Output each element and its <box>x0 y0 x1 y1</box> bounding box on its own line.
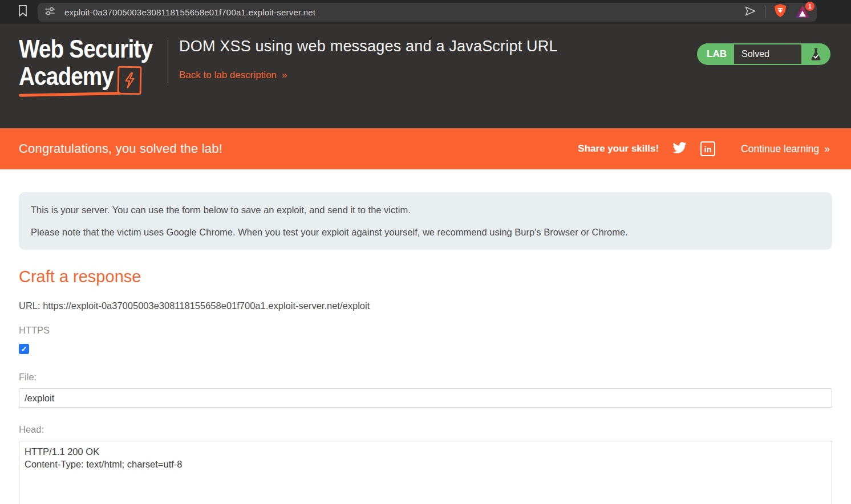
server-notice-box: This is your server. You can use the for… <box>19 192 832 250</box>
share-icon[interactable] <box>744 5 757 19</box>
notification-badge: 1 <box>805 2 814 11</box>
head-textarea[interactable]: HTTP/1.1 200 OK Content-Type: text/html;… <box>19 441 832 504</box>
craft-response-heading: Craft a response <box>19 267 832 286</box>
checkmark-icon: ✓ <box>21 345 27 353</box>
file-label: File: <box>19 370 832 384</box>
continue-learning-link[interactable]: Continue learning» <box>741 143 830 155</box>
lab-status-badge: LAB Solved <box>697 43 830 65</box>
congratulations-message: Congratulations, you solved the lab! <box>19 141 578 156</box>
lightning-bolt-icon <box>117 66 141 95</box>
logo-line-2: Academy <box>19 63 114 90</box>
url-text[interactable]: exploit-0a37005003e308118155658e01f700a1… <box>64 7 735 17</box>
logo-line-1: Web Security <box>19 35 149 63</box>
https-label: HTTPS <box>19 323 832 337</box>
address-bar[interactable]: exploit-0a37005003e308118155658e01f700a1… <box>38 3 817 22</box>
double-chevron-icon: » <box>824 143 830 155</box>
browser-toolbar: exploit-0a37005003e308118155658e01f700a1… <box>0 0 851 24</box>
bookmark-icon[interactable] <box>17 5 29 19</box>
lab-badge-label: LAB <box>697 48 734 60</box>
linkedin-icon[interactable]: in <box>700 141 715 156</box>
toolbar-divider <box>765 6 765 18</box>
brave-shield-icon[interactable] <box>773 3 787 21</box>
lab-badge-status: Solved <box>734 44 801 64</box>
page-header: Web Security Academy DOM XSS using web m… <box>0 24 851 128</box>
share-skills-label: Share your skills! <box>578 143 659 155</box>
notice-line-1: This is your server. You can use the for… <box>31 203 820 217</box>
congratulations-banner: Congratulations, you solved the lab! Sha… <box>0 128 851 169</box>
site-settings-icon[interactable] <box>44 6 55 19</box>
twitter-icon[interactable] <box>672 141 687 157</box>
flask-icon <box>801 47 830 62</box>
head-label: Head: <box>19 422 832 436</box>
header-divider <box>168 39 168 84</box>
double-chevron-icon: » <box>282 70 287 80</box>
address-bar-actions: 1 <box>744 3 810 21</box>
notice-line-2: Please note that the victim uses Google … <box>31 225 820 239</box>
lab-title: DOM XSS using web messages and a JavaScr… <box>179 38 697 55</box>
back-to-lab-link[interactable]: Back to lab description» <box>179 70 288 81</box>
https-checkbox[interactable]: ✓ <box>19 344 29 354</box>
file-input[interactable] <box>19 388 832 408</box>
exploit-server-content: This is your server. You can use the for… <box>0 192 851 504</box>
exploit-url-line: URL: https://exploit-0a37005003e30811815… <box>19 299 832 312</box>
brave-rewards-icon[interactable]: 1 <box>795 5 810 19</box>
web-security-academy-logo[interactable]: Web Security Academy <box>19 35 167 95</box>
